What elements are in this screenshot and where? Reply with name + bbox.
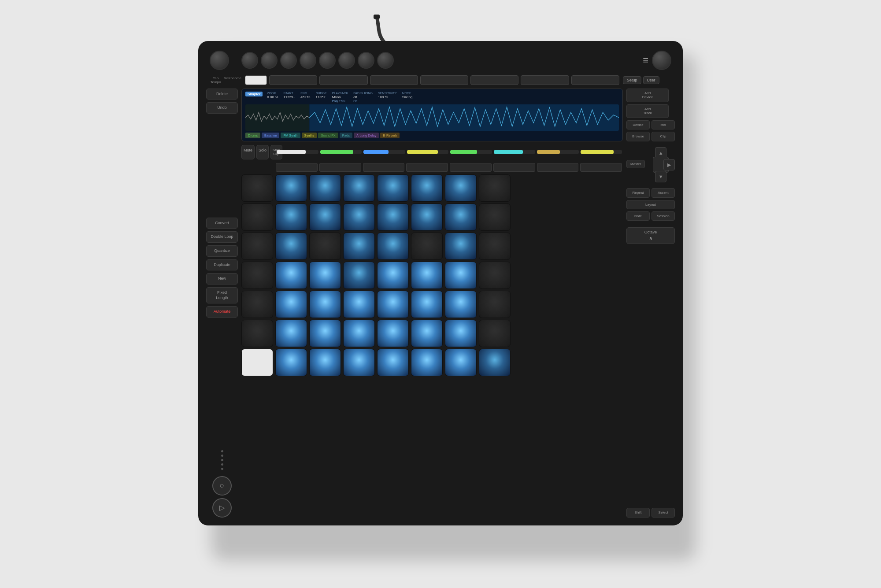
shift-button[interactable]: Shift xyxy=(626,508,650,518)
mixer-strip-4[interactable] xyxy=(407,150,449,154)
mixer-strip-1[interactable] xyxy=(277,150,318,154)
pad-2-4[interactable] xyxy=(343,203,375,231)
mixer-strip-8[interactable] xyxy=(581,150,622,154)
pad-4-7[interactable] xyxy=(445,262,477,289)
clip-button[interactable]: Clip xyxy=(651,132,675,141)
select-button[interactable]: Select xyxy=(651,508,675,518)
knob-4[interactable] xyxy=(300,52,316,69)
knob-2[interactable] xyxy=(261,52,278,69)
stop-button[interactable]: ○ xyxy=(212,476,232,496)
mix-button[interactable]: Mix xyxy=(651,120,675,130)
pad-1-2[interactable] xyxy=(275,174,307,202)
pad-7-5[interactable] xyxy=(377,349,409,376)
track-select-6[interactable] xyxy=(493,163,535,172)
track-select-4[interactable] xyxy=(406,163,448,172)
pad-3-4[interactable] xyxy=(343,233,375,260)
pad-1-6[interactable] xyxy=(411,174,443,202)
track-sound-fx[interactable]: Sound FX xyxy=(318,133,338,138)
pad-1-3[interactable] xyxy=(309,174,341,202)
track-select-2[interactable] xyxy=(319,163,361,172)
pad-5-7[interactable] xyxy=(445,291,477,318)
pad-5-1[interactable] xyxy=(241,291,273,318)
display-button-1[interactable] xyxy=(269,75,317,85)
pad-7-2[interactable] xyxy=(275,349,307,376)
pad-2-7[interactable] xyxy=(445,203,477,231)
nav-right-button[interactable]: ▶ xyxy=(663,159,675,170)
pad-5-2[interactable] xyxy=(275,291,307,318)
quantize-button[interactable]: Quantize xyxy=(206,245,238,257)
duplicate-button[interactable]: Duplicate xyxy=(206,259,238,271)
track-fm-synth[interactable]: FM Synth xyxy=(281,133,300,138)
track-select-5[interactable] xyxy=(450,163,492,172)
pad-5-3[interactable] xyxy=(309,291,341,318)
track-select-1[interactable] xyxy=(276,163,318,172)
pad-3-8[interactable] xyxy=(479,233,511,260)
device-button[interactable]: Device xyxy=(626,120,650,130)
pad-6-4[interactable] xyxy=(343,320,375,347)
pad-7-7[interactable] xyxy=(445,349,477,376)
track-pads[interactable]: Pads xyxy=(340,133,352,138)
display-button-6[interactable] xyxy=(521,75,569,85)
pad-2-3[interactable] xyxy=(309,203,341,231)
pad-2-5[interactable] xyxy=(377,203,409,231)
track-b-reverb[interactable]: B-Reverb xyxy=(380,133,400,138)
pad-7-1[interactable] xyxy=(241,349,273,376)
pad-5-5[interactable] xyxy=(377,291,409,318)
mixer-strip-5[interactable] xyxy=(450,150,492,154)
track-select-8[interactable] xyxy=(580,163,622,172)
knob-8[interactable] xyxy=(377,52,394,69)
display-button-7[interactable] xyxy=(571,75,619,85)
undo-button[interactable]: Undo xyxy=(206,102,238,114)
convert-button[interactable]: Convert xyxy=(206,218,238,229)
pad-6-2[interactable] xyxy=(275,320,307,347)
pad-6-8[interactable] xyxy=(479,320,511,347)
pad-4-4[interactable] xyxy=(343,262,375,289)
track-synths[interactable]: Synths xyxy=(302,133,317,138)
pad-1-8[interactable] xyxy=(479,174,511,202)
pad-4-6[interactable] xyxy=(411,262,443,289)
knob-tap-tempo[interactable] xyxy=(210,51,229,70)
octave-up-arrow[interactable]: ∧ xyxy=(629,235,672,241)
pad-7-3[interactable] xyxy=(309,349,341,376)
pad-4-3[interactable] xyxy=(309,262,341,289)
pad-6-7[interactable] xyxy=(445,320,477,347)
add-track-button[interactable]: AddTrack xyxy=(626,104,669,118)
pad-2-1[interactable] xyxy=(241,203,273,231)
pad-5-8[interactable] xyxy=(479,291,511,318)
pad-6-6[interactable] xyxy=(411,320,443,347)
pad-3-5[interactable] xyxy=(377,233,409,260)
pad-4-1[interactable] xyxy=(241,262,273,289)
knob-6[interactable] xyxy=(338,52,355,69)
pad-4-5[interactable] xyxy=(377,262,409,289)
knob-3[interactable] xyxy=(280,52,297,69)
note-button[interactable]: Note xyxy=(626,211,650,221)
pad-2-8[interactable] xyxy=(479,203,511,231)
track-select-7[interactable] xyxy=(537,163,579,172)
new-button[interactable]: New xyxy=(206,273,238,285)
master-button[interactable]: Master xyxy=(626,160,645,168)
pad-2-2[interactable] xyxy=(275,203,307,231)
display-button-3[interactable] xyxy=(370,75,418,85)
delete-button[interactable]: Delete xyxy=(206,89,238,100)
double-loop-button[interactable]: Double Loop xyxy=(206,231,238,243)
display-button-4[interactable] xyxy=(420,75,468,85)
pad-7-8[interactable] xyxy=(479,349,511,376)
pad-1-4[interactable] xyxy=(343,174,375,202)
pad-7-6[interactable] xyxy=(411,349,443,376)
mixer-strip-2[interactable] xyxy=(320,150,362,154)
browse-button[interactable]: Browse xyxy=(626,132,650,141)
mixer-strip-3[interactable] xyxy=(363,150,405,154)
pad-3-2[interactable] xyxy=(275,233,307,260)
automate-button[interactable]: Automate xyxy=(206,306,238,318)
user-button[interactable]: User xyxy=(643,76,659,84)
knob-5[interactable] xyxy=(319,52,336,69)
pad-6-5[interactable] xyxy=(377,320,409,347)
pad-1-7[interactable] xyxy=(445,174,477,202)
nav-down-button[interactable]: ▼ xyxy=(655,171,666,182)
knob-7[interactable] xyxy=(358,52,374,69)
display-button-5[interactable] xyxy=(470,75,518,85)
track-bassline[interactable]: Bassline xyxy=(262,133,279,138)
pad-3-3[interactable] xyxy=(309,233,341,260)
setup-button[interactable]: Setup xyxy=(623,76,641,84)
pad-5-6[interactable] xyxy=(411,291,443,318)
